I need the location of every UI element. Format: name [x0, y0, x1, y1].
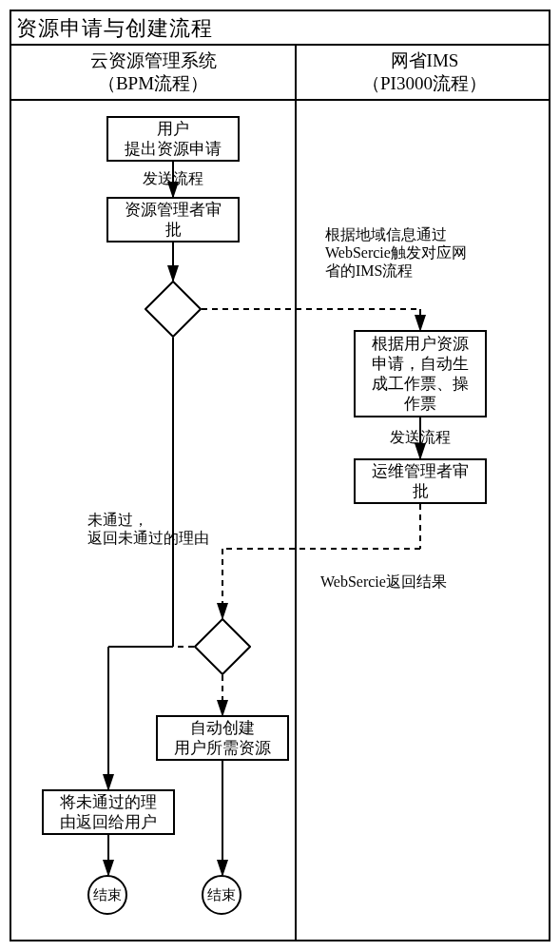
svg-marker-0	[145, 281, 201, 337]
end-left: 结束	[87, 875, 127, 915]
text: 省的IMS流程	[325, 262, 413, 279]
decision-2	[194, 618, 251, 675]
hline	[11, 99, 549, 101]
text: 批	[413, 482, 429, 500]
text: 未通过，	[87, 512, 148, 528]
left-h1: 云资源管理系统	[90, 50, 217, 70]
diagram-title: 资源申请与创建流程	[16, 14, 213, 43]
label-return-result: WebSercie返回结果	[320, 573, 511, 591]
text: 资源管理者审	[125, 201, 222, 219]
svg-marker-1	[195, 619, 250, 674]
text: 用户	[157, 120, 189, 138]
left-h2: （BPM流程）	[98, 73, 208, 93]
node-manager-approve: 资源管理者审 批	[106, 197, 240, 243]
right-swimlane-header: 网省IMS （PI3000流程）	[297, 49, 552, 95]
hline	[11, 44, 549, 46]
end-right: 结束	[202, 875, 241, 915]
label-fail-reason: 未通过， 返回未通过的理由	[87, 511, 240, 547]
text: 结束	[93, 887, 122, 903]
text: 将未通过的理	[60, 793, 157, 811]
decision-1	[145, 281, 202, 338]
text: 根据地域信息通过	[325, 226, 447, 243]
node-user-request: 用户 提出资源申请	[106, 116, 240, 162]
text: 用户所需资源	[174, 739, 271, 757]
text: 提出资源申请	[125, 140, 222, 158]
text: 成工作票、操	[372, 375, 469, 393]
text: 作票	[404, 395, 436, 413]
text: 根据用户资源	[372, 335, 469, 353]
node-return-fail: 将未通过的理 由返回给用户	[42, 789, 175, 835]
node-gen-ticket: 根据用户资源 申请，自动生 成工作票、操 作票	[354, 330, 487, 417]
left-swimlane-header: 云资源管理系统 （BPM流程）	[11, 49, 295, 95]
text: 结束	[207, 887, 236, 903]
text: 申请，自动生	[372, 355, 469, 373]
flowchart-frame: 资源申请与创建流程 云资源管理系统 （BPM流程） 网省IMS （PI3000流…	[10, 10, 550, 941]
label-send-flow-2: 发送流程	[382, 428, 458, 446]
swimlane-divider	[295, 44, 297, 940]
text: 运维管理者审	[372, 462, 469, 480]
text: WebSercie触发对应网	[325, 244, 467, 261]
text: 由返回给用户	[60, 813, 157, 831]
right-h2: （PI3000流程）	[362, 73, 487, 93]
label-trigger-ims: 根据地域信息通过 WebSercie触发对应网 省的IMS流程	[325, 225, 525, 280]
text: 返回未通过的理由	[87, 530, 209, 546]
text: 批	[165, 221, 182, 239]
node-ops-approve: 运维管理者审 批	[354, 458, 487, 504]
label-send-flow-1: 发送流程	[135, 169, 211, 187]
node-auto-create: 自动创建 用户所需资源	[156, 715, 289, 761]
text: 自动创建	[190, 719, 255, 737]
right-h1: 网省IMS	[391, 50, 459, 70]
